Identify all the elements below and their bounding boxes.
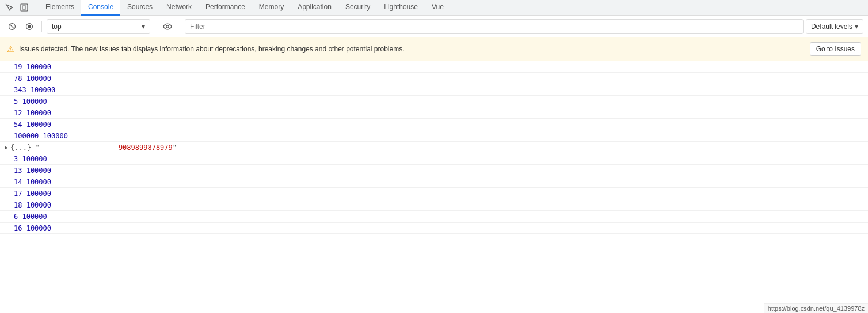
context-selector[interactable]: top ▾ <box>47 19 150 34</box>
issues-text: Issues detected. The new Issues tab disp… <box>19 45 805 53</box>
console-line: 18 100000 <box>0 199 868 211</box>
svg-rect-0 <box>21 4 28 11</box>
string-suffix: " <box>173 144 177 152</box>
toolbar-separator-3 <box>180 21 180 32</box>
levels-arrow-icon: ▾ <box>855 22 858 31</box>
tab-network[interactable]: Network <box>159 0 199 16</box>
tab-bar: Elements Console Sources Network Perform… <box>0 0 868 16</box>
tab-memory[interactable]: Memory <box>252 0 291 16</box>
go-to-issues-button[interactable]: Go to Issues <box>810 42 861 56</box>
tab-bar-icons <box>2 1 36 14</box>
console-line: 5 100000 <box>0 96 868 107</box>
console-line: 16 100000 <box>0 223 868 234</box>
issues-banner: ⚠ Issues detected. The new Issues tab di… <box>0 37 868 61</box>
console-line: 13 100000 <box>0 165 868 176</box>
console-line: 78 100000 <box>0 73 868 84</box>
tab-vue[interactable]: Vue <box>425 0 451 16</box>
console-line: 6 100000 <box>0 211 868 223</box>
console-line: 54 100000 <box>0 119 868 130</box>
filter-input[interactable] <box>185 19 804 34</box>
console-line: 19 100000 <box>0 61 868 73</box>
console-line: 100000 100000 <box>0 130 868 142</box>
object-preview: {...} "------------------- <box>10 144 119 152</box>
svg-rect-5 <box>28 25 31 28</box>
url-status: https://blog.csdn.net/qu_4139978z <box>764 303 868 313</box>
eye-button[interactable] <box>160 19 175 34</box>
console-output: 19 10000078 100000343 1000005 10000012 1… <box>0 61 868 313</box>
console-line: 17 100000 <box>0 188 868 199</box>
tab-sources[interactable]: Sources <box>120 0 159 16</box>
tab-elements[interactable]: Elements <box>39 0 81 16</box>
tab-lighthouse[interactable]: Lighthouse <box>377 0 425 16</box>
svg-line-3 <box>10 24 14 28</box>
cursor-icon[interactable] <box>2 1 16 14</box>
console-toolbar: top ▾ Default levels ▾ <box>0 16 868 37</box>
console-line: 14 100000 <box>0 176 868 188</box>
context-value: top <box>52 22 62 31</box>
console-line[interactable]: ▶{...} "-------------------9089899878979… <box>0 142 868 153</box>
svg-point-6 <box>166 25 169 27</box>
context-arrow-icon: ▾ <box>142 22 145 31</box>
levels-dropdown[interactable]: Default levels ▾ <box>806 19 863 34</box>
toolbar-separator-1 <box>41 21 42 32</box>
tab-application[interactable]: Application <box>291 0 338 16</box>
console-line: 3 100000 <box>0 153 868 165</box>
svg-rect-1 <box>22 6 26 9</box>
tab-performance[interactable]: Performance <box>199 0 252 16</box>
expand-arrow-icon: ▶ <box>5 144 8 150</box>
toolbar-separator-2 <box>155 21 155 32</box>
console-line: 12 100000 <box>0 107 868 119</box>
string-value: 9089899878979 <box>119 144 173 152</box>
stop-messages-button[interactable] <box>22 19 37 34</box>
inspect-icon[interactable] <box>17 1 31 14</box>
levels-label: Default levels <box>811 22 852 31</box>
tab-console[interactable]: Console <box>81 0 120 16</box>
console-line: 343 100000 <box>0 84 868 96</box>
tab-security[interactable]: Security <box>338 0 377 16</box>
clear-console-button[interactable] <box>5 19 20 34</box>
warning-icon: ⚠ <box>7 44 14 54</box>
